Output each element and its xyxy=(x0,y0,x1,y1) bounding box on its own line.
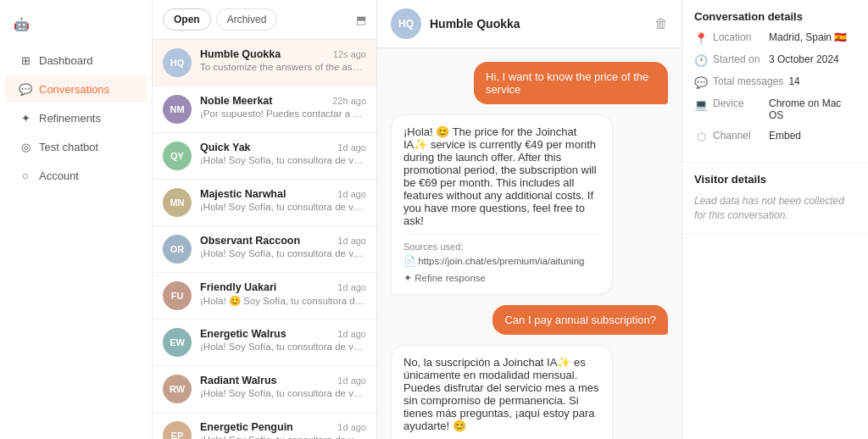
conv-list-export-icon[interactable]: ⬒ xyxy=(356,14,366,26)
sidebar-label-conversations: Conversations xyxy=(39,83,109,96)
avatar: EP xyxy=(163,421,192,439)
conv-time: 1d ago xyxy=(337,236,366,246)
messages-icon: 💬 xyxy=(694,76,708,89)
conv-time: 1d ago xyxy=(337,422,366,432)
visitor-note: Lead data has not been collected for thi… xyxy=(694,194,856,223)
detail-row-location: 📍 Location Madrid, Spain 🇪🇸 xyxy=(694,31,856,45)
started-value: 3 October 2024 xyxy=(769,53,839,65)
dashboard-icon: ⊞ xyxy=(19,53,32,67)
conv-info: Friendly Uakari 1d ago ¡Hola! 😊 Soy Sofí… xyxy=(200,281,366,307)
conv-name: Noble Meerkat xyxy=(200,95,272,107)
conv-info: Energetic Walrus 1d ago ¡Hola! Soy Sofía… xyxy=(200,328,366,352)
sidebar-item-dashboard[interactable]: ⊞ Dashboard xyxy=(5,47,147,74)
chat-area: HQ Humble Quokka 🗑 Hi, I want to know th… xyxy=(377,0,682,439)
avatar: QY xyxy=(163,142,192,170)
conv-time: 1d ago xyxy=(337,282,366,292)
channel-label: Channel xyxy=(713,130,764,142)
avatar: MN xyxy=(163,188,192,217)
list-item[interactable]: OR Observant Raccoon 1d ago ¡Hola! Soy S… xyxy=(153,226,376,273)
source-link[interactable]: 📄 https://join.chat/es/premium/ia/aituni… xyxy=(403,255,600,267)
list-item[interactable]: NM Noble Meerkat 22h ago ¡Por supuesto! … xyxy=(153,86,376,133)
conv-time: 12s ago xyxy=(333,49,366,59)
sidebar-label-dashboard: Dashboard xyxy=(39,54,93,67)
list-item[interactable]: FU Friendly Uakari 1d ago ¡Hola! 😊 Soy S… xyxy=(153,273,376,320)
started-label: Started on xyxy=(713,53,764,65)
list-item[interactable]: RW Radiant Walrus 1d ago ¡Hola! Soy Sofí… xyxy=(153,366,376,413)
detail-row-started: 🕐 Started on 3 October 2024 xyxy=(694,53,856,67)
conv-time: 1d ago xyxy=(337,189,366,199)
chat-header-avatar: HQ xyxy=(391,8,421,39)
conv-time: 1d ago xyxy=(337,142,366,153)
conversation-list: Open Archived ⬒ HQ Humble Quokka 12s ago… xyxy=(153,0,377,439)
device-icon: 💻 xyxy=(694,98,708,111)
conv-time: 1d ago xyxy=(337,329,366,339)
avatar: EW xyxy=(163,328,192,357)
conv-preview: ¡Hola! Soy Sofía, tu consultora de venta… xyxy=(200,342,366,352)
detail-row-channel: ⬡ Channel Embed xyxy=(694,130,856,143)
chat-header: HQ Humble Quokka 🗑 xyxy=(377,0,682,48)
conv-preview: ¡Por supuesto! Puedes contactar a uno de… xyxy=(200,108,366,119)
test-chatbot-icon: ◎ xyxy=(19,140,32,153)
conversation-details-section: Conversation details 📍 Location Madrid, … xyxy=(682,0,868,163)
avatar: OR xyxy=(163,235,192,264)
sidebar-item-test-chatbot[interactable]: ◎ Test chatbot xyxy=(5,133,147,160)
conv-info: Energetic Penguin 1d ago ¡Hola! Soy Sofí… xyxy=(200,421,366,439)
channel-icon: ⬡ xyxy=(694,131,708,143)
conversation-items-container: HQ Humble Quokka 12s ago To customize th… xyxy=(153,40,376,439)
detail-row-total-messages: 💬 Total messages 14 xyxy=(694,75,856,89)
device-value: Chrome on Mac OS xyxy=(769,97,856,121)
conv-list-header: Open Archived ⬒ xyxy=(153,0,376,40)
conv-info: Majestic Narwhal 1d ago ¡Hola! Soy Sofía… xyxy=(200,188,366,212)
conv-preview: ¡Hola! Soy Sofía, tu consultora de venta… xyxy=(200,202,366,212)
conversations-icon: 💬 xyxy=(19,82,32,96)
sources-label: Sources used: xyxy=(403,242,600,252)
conv-preview: ¡Hola! Soy Sofía, tu consultora de venta… xyxy=(200,388,366,398)
tab-archived[interactable]: Archived xyxy=(216,8,278,31)
device-label: Device xyxy=(713,97,764,109)
sidebar-item-conversations[interactable]: 💬 Conversations xyxy=(5,75,147,103)
visitor-details-section: Visitor details Lead data has not been c… xyxy=(682,163,868,234)
visitor-details-title: Visitor details xyxy=(694,173,856,186)
conv-info: Radiant Walrus 1d ago ¡Hola! Soy Sofía, … xyxy=(200,375,366,398)
sidebar-label-test-chatbot: Test chatbot xyxy=(39,141,98,153)
detail-row-device: 💻 Device Chrome on Mac OS xyxy=(694,97,856,121)
conv-info: Quick Yak 1d ago ¡Hola! Soy Sofía, tu co… xyxy=(200,142,366,165)
chat-header-title: Humble Quokka xyxy=(430,17,520,31)
conv-name: Radiant Walrus xyxy=(200,375,277,386)
conv-preview: ¡Hola! Soy Sofía, tu consultora de venta… xyxy=(200,435,366,439)
conv-info: Humble Quokka 12s ago To customize the a… xyxy=(200,48,366,72)
list-item[interactable]: EP Energetic Penguin 1d ago ¡Hola! Soy S… xyxy=(153,413,376,439)
location-value: Madrid, Spain 🇪🇸 xyxy=(769,31,847,43)
sidebar-label-refinements: Refinements xyxy=(39,112,101,125)
chat-messages: Hi, I want to know the price of the serv… xyxy=(377,48,682,439)
sidebar-item-account[interactable]: ○ Account xyxy=(5,162,147,189)
conv-name: Energetic Walrus xyxy=(200,328,287,340)
list-item[interactable]: QY Quick Yak 1d ago ¡Hola! Soy Sofía, tu… xyxy=(153,133,376,180)
details-panel: Conversation details 📍 Location Madrid, … xyxy=(682,0,868,439)
conv-name: Observant Raccoon xyxy=(200,235,300,247)
location-icon: 📍 xyxy=(694,32,708,45)
bot-message: No, la suscripción a Joinchat IA✨ es úni… xyxy=(391,345,613,439)
refine-response-button[interactable]: ✦ Refine response xyxy=(403,272,600,284)
avatar: FU xyxy=(163,281,192,310)
sidebar: 🤖 ⊞ Dashboard 💬 Conversations ✦ Refineme… xyxy=(0,0,153,439)
location-flag: 🇪🇸 xyxy=(834,31,847,43)
list-item[interactable]: HQ Humble Quokka 12s ago To customize th… xyxy=(153,40,376,86)
conv-name: Majestic Narwhal xyxy=(200,188,286,200)
bot-message: ¡Hola! 😊 The price for the Joinchat IA✨ … xyxy=(391,114,613,295)
list-item[interactable]: MN Majestic Narwhal 1d ago ¡Hola! Soy So… xyxy=(153,180,376,226)
sources-section: Sources used: 📄 https://join.chat/es/pre… xyxy=(403,234,600,267)
account-icon: ○ xyxy=(19,169,32,182)
conv-name: Quick Yak xyxy=(200,142,251,153)
avatar: RW xyxy=(163,375,192,403)
avatar: HQ xyxy=(163,48,192,77)
sidebar-item-refinements[interactable]: ✦ Refinements xyxy=(5,104,147,131)
list-item[interactable]: EW Energetic Walrus 1d ago ¡Hola! Soy So… xyxy=(153,320,376,366)
chat-header-trash-icon[interactable]: 🗑 xyxy=(654,16,668,31)
user-message: Can I pay annual subscription? xyxy=(492,305,668,335)
conv-name: Friendly Uakari xyxy=(200,281,276,293)
conv-info: Noble Meerkat 22h ago ¡Por supuesto! Pue… xyxy=(200,95,366,119)
tab-open[interactable]: Open xyxy=(163,8,211,31)
conv-time: 1d ago xyxy=(337,375,366,386)
bot-message-text: ¡Hola! 😊 The price for the Joinchat IA✨ … xyxy=(403,125,600,227)
